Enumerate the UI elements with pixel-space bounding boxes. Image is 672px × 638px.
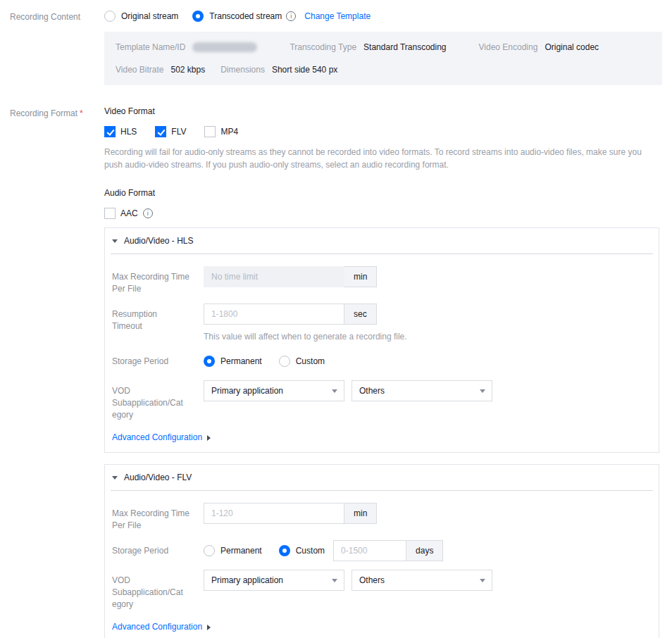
hls-advanced-configuration-link[interactable]: Advanced Configuration (112, 432, 211, 442)
recording-format-label: Recording Format* (10, 106, 104, 120)
hls-checkbox-label: HLS (120, 127, 137, 137)
flv-advanced-configuration-link[interactable]: Advanced Configuration (112, 622, 211, 632)
aac-checkbox[interactable]: AAC (104, 208, 138, 219)
checkbox-check-icon (204, 126, 216, 137)
radio-circle-icon (279, 545, 290, 556)
hls-vod-category-value: Others (359, 386, 385, 396)
video-encoding-field: Video Encoding Original codec (479, 42, 599, 52)
hls-resumption-label: Resumption Timeout (112, 304, 204, 342)
radio-circle-icon (204, 545, 215, 556)
audio-format-checkbox-group: AAC i (104, 208, 662, 219)
hls-checkbox[interactable]: HLS (104, 126, 137, 137)
original-stream-label: Original stream (121, 11, 178, 21)
hls-vod-field: VOD Subapplication/Category Primary appl… (112, 380, 652, 421)
hls-max-recording-input-group: min (204, 266, 377, 287)
flv-storage-radio-group: Permanent Custom days (204, 540, 443, 561)
hls-max-recording-input[interactable] (204, 266, 344, 287)
radio-circle-icon (204, 356, 215, 367)
transcoded-stream-radio[interactable]: Transcoded stream (192, 11, 282, 22)
flv-checkbox[interactable]: FLV (155, 126, 186, 137)
flv-storage-days-input[interactable] (333, 540, 406, 561)
flv-vod-subapplication-select[interactable]: Primary application (204, 570, 344, 591)
flv-permanent-radio[interactable]: Permanent (204, 545, 262, 556)
template-name-label: Template Name/ID (116, 42, 185, 52)
flv-panel-header[interactable]: Audio/Video - FLV (111, 465, 653, 491)
flv-storage-days-input-group: days (333, 540, 443, 561)
template-name-field: Template Name/ID (116, 42, 257, 52)
flv-vod-category-select[interactable]: Others (351, 570, 492, 591)
recording-template-form: Recording Content Original stream Transc… (0, 0, 672, 638)
transcoding-type-field: Transcoding Type Standard Transcoding (290, 42, 446, 52)
radio-circle-icon (104, 11, 116, 22)
hls-vod-subapplication-value: Primary application (211, 386, 283, 396)
hls-permanent-label: Permanent (220, 356, 262, 366)
audio-format-title: Audio Format (104, 188, 662, 199)
video-format-help-text: Recording will fail for audio-only strea… (104, 146, 652, 171)
recording-format-body: Video Format HLS FLV MP4 Recording will … (104, 106, 662, 638)
hls-max-recording-field: Max Recording Time Per File min (112, 266, 652, 295)
required-asterisk: * (80, 108, 83, 118)
original-stream-radio[interactable]: Original stream (104, 11, 178, 22)
flv-storage-period-label: Storage Period (112, 540, 204, 561)
recording-content-body: Original stream Transcoded stream i Chan… (104, 10, 662, 85)
checkbox-check-icon (155, 126, 166, 137)
flv-permanent-label: Permanent (220, 546, 262, 556)
video-format-title: Video Format (104, 106, 662, 117)
mp4-checkbox[interactable]: MP4 (204, 126, 238, 137)
hls-vod-subapplication-select[interactable]: Primary application (204, 380, 344, 401)
hls-panel-header[interactable]: Audio/Video - HLS (111, 228, 653, 254)
checkbox-check-icon (104, 208, 116, 219)
info-icon[interactable]: i (286, 11, 296, 21)
flv-vod-field: VOD Subapplication/Category Primary appl… (112, 570, 652, 611)
flv-vod-label: VOD Subapplication/Category (112, 570, 204, 611)
flv-max-recording-input[interactable] (204, 503, 344, 524)
aac-checkbox-label: AAC (120, 208, 138, 218)
chevron-right-icon (207, 625, 211, 630)
hls-vod-category-select[interactable]: Others (351, 380, 492, 401)
mp4-checkbox-label: MP4 (220, 127, 238, 137)
flv-max-recording-unit: min (344, 503, 377, 524)
flv-advanced-configuration-label: Advanced Configuration (112, 622, 202, 632)
flv-panel-body: Max Recording Time Per File min Storage … (105, 491, 659, 638)
radio-circle-icon (279, 356, 290, 367)
hls-max-recording-label: Max Recording Time Per File (112, 266, 204, 295)
hls-resumption-input[interactable] (204, 304, 344, 325)
hls-custom-radio[interactable]: Custom (279, 356, 325, 367)
stream-type-radio-group: Original stream Transcoded stream i Chan… (104, 10, 662, 23)
template-info-row-2: Video Bitrate 502 kbps Dimensions Short … (116, 65, 651, 75)
video-format-checkbox-group: HLS FLV MP4 (104, 126, 662, 137)
hls-custom-label: Custom (296, 356, 325, 366)
change-template-link[interactable]: Change Template (304, 11, 371, 21)
flv-storage-period-field: Storage Period Permanent Custom (112, 540, 652, 561)
hls-advanced-configuration-label: Advanced Configuration (112, 432, 202, 442)
chevron-down-icon (480, 389, 485, 393)
radio-circle-icon (192, 11, 204, 22)
dimensions-value: Short side 540 px (272, 65, 337, 75)
hls-resumption-help-text: This value will affect when to generate … (204, 331, 407, 342)
flv-panel-title: Audio/Video - FLV (124, 473, 192, 482)
info-icon[interactable]: i (143, 208, 153, 218)
flv-max-recording-field: Max Recording Time Per File min (112, 503, 652, 532)
chevron-down-icon (480, 579, 485, 582)
hls-vod-label: VOD Subapplication/Category (112, 380, 204, 421)
hls-storage-period-label: Storage Period (112, 351, 204, 372)
redacted-template-id (192, 42, 257, 52)
hls-panel-title: Audio/Video - HLS (124, 236, 194, 246)
hls-permanent-radio[interactable]: Permanent (204, 356, 262, 367)
dimensions-field: Dimensions Short side 540 px (220, 65, 337, 75)
flv-panel: Audio/Video - FLV Max Recording Time Per… (104, 464, 659, 638)
chevron-down-icon (332, 389, 337, 393)
flv-max-recording-input-group: min (204, 503, 377, 524)
flv-custom-radio[interactable]: Custom (279, 545, 325, 556)
hls-vod-selects: Primary application Others (204, 380, 499, 401)
video-bitrate-value: 502 kbps (171, 65, 206, 75)
flv-max-recording-label: Max Recording Time Per File (112, 503, 204, 532)
flv-checkbox-label: FLV (171, 127, 186, 137)
transcoded-stream-label: Transcoded stream (209, 11, 282, 21)
dimensions-label: Dimensions (220, 65, 265, 75)
recording-content-row: Recording Content Original stream Transc… (10, 10, 662, 85)
template-info-row-1: Template Name/ID Transcoding Type Standa… (116, 42, 651, 52)
transcoding-type-value: Standard Transcoding (363, 42, 446, 52)
collapse-arrow-icon (112, 476, 118, 480)
flv-vod-category-value: Others (359, 575, 385, 585)
